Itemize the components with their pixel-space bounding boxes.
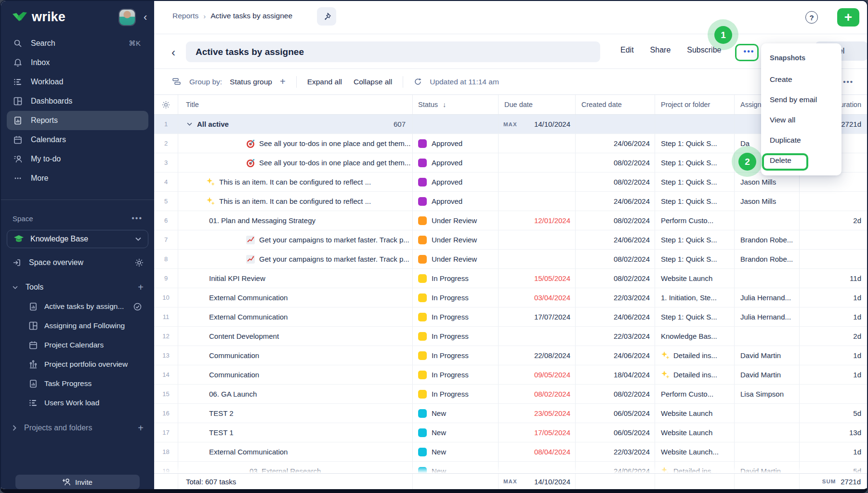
help-button[interactable]: ? bbox=[802, 8, 822, 27]
task-title-cell[interactable]: TEST 2 bbox=[178, 404, 413, 423]
status-cell[interactable]: In Progress bbox=[413, 327, 499, 346]
due-date-cell[interactable] bbox=[499, 173, 576, 191]
status-cell[interactable]: Under Review bbox=[413, 230, 499, 249]
sidebar-tool-project-portfolio-overview[interactable]: Project portfolio overview bbox=[1, 355, 154, 374]
menu-item-view-all[interactable]: View all bbox=[761, 110, 842, 130]
task-title-cell[interactable]: Communication bbox=[178, 365, 413, 384]
assignee-cell[interactable]: Brandon Robe... bbox=[735, 250, 800, 268]
project-cell[interactable]: Website Launch... bbox=[655, 442, 735, 461]
sidebar-tool-active-tasks-by-assign-[interactable]: Active tasks by assign... bbox=[1, 297, 154, 316]
sidebar-tool-users-work-load[interactable]: Users Work load bbox=[1, 393, 154, 413]
menu-item-create[interactable]: Create bbox=[761, 69, 842, 90]
project-cell[interactable]: Step 1: Quick S... bbox=[655, 192, 735, 211]
table-row[interactable]: 1506. GA LaunchIn Progress08/02/202408/0… bbox=[154, 385, 867, 404]
toolbar-overflow-icon[interactable]: ••• bbox=[843, 78, 854, 86]
pin-button[interactable] bbox=[317, 7, 336, 26]
due-date-cell[interactable]: 03/04/2024 bbox=[499, 288, 576, 307]
task-title-cell[interactable]: Get your campaigns to market faster. Tra… bbox=[178, 250, 413, 268]
project-cell[interactable]: Website Launch bbox=[655, 404, 735, 423]
sidebar-item-space-overview[interactable]: Space overview bbox=[13, 253, 144, 272]
collapse-all-button[interactable]: Collapse all bbox=[354, 78, 392, 86]
sidebar-tool-project-calendars[interactable]: Project Calendars bbox=[1, 335, 154, 355]
sidebar-item-my-to-do[interactable]: My to-do bbox=[1, 149, 154, 169]
task-title-cell[interactable]: External Communication bbox=[178, 288, 413, 307]
due-date-cell[interactable]: 17/05/2024 bbox=[499, 423, 576, 442]
due-date-cell[interactable]: 23/05/2024 bbox=[499, 404, 576, 423]
assignee-cell[interactable]: David Martin bbox=[735, 346, 800, 365]
add-group-icon[interactable]: + bbox=[280, 76, 286, 87]
project-cell[interactable]: Perform Custo... bbox=[655, 211, 735, 230]
project-cell[interactable]: Knowledge Bas... bbox=[655, 327, 735, 346]
header-due-date[interactable]: Due date bbox=[499, 95, 576, 114]
due-date-cell[interactable] bbox=[499, 134, 576, 153]
sidebar-tool-task-progress[interactable]: Task Progress bbox=[1, 374, 154, 393]
status-cell[interactable]: In Progress bbox=[413, 346, 499, 365]
table-row[interactable]: 2See all your to-dos in one place and ge… bbox=[154, 134, 867, 153]
status-cell[interactable]: New bbox=[413, 404, 499, 423]
project-cell[interactable]: Perform Custo... bbox=[655, 385, 735, 403]
table-row[interactable]: 7Get your campaigns to market faster. Tr… bbox=[154, 230, 867, 250]
menu-item-duplicate[interactable]: Duplicate bbox=[761, 130, 842, 150]
assignee-cell[interactable] bbox=[735, 442, 800, 461]
invite-button[interactable]: Invite bbox=[15, 475, 140, 489]
status-cell[interactable]: Approved bbox=[413, 134, 499, 153]
status-cell[interactable]: Under Review bbox=[413, 250, 499, 268]
task-title-cell[interactable]: 06. GA Launch bbox=[178, 385, 413, 403]
table-row[interactable]: 10External CommunicationIn Progress03/04… bbox=[154, 288, 867, 307]
status-cell[interactable]: In Progress bbox=[413, 269, 499, 288]
table-row[interactable]: 13CommunicationIn Progress22/08/202424/0… bbox=[154, 346, 867, 365]
status-cell[interactable]: In Progress bbox=[413, 288, 499, 307]
sidebar-group-tools[interactable]: Tools + bbox=[13, 278, 144, 296]
project-cell[interactable]: Step 1: Quick S... bbox=[655, 134, 735, 153]
table-row[interactable]: 9Initial KPI ReviewIn Progress15/05/2024… bbox=[154, 269, 867, 288]
assignee-cell[interactable]: Lisa Simpson bbox=[735, 385, 800, 403]
add-tool-icon[interactable]: + bbox=[138, 282, 144, 293]
project-cell[interactable]: Detailed ins... bbox=[655, 365, 735, 384]
sidebar-item-inbox[interactable]: Inbox bbox=[1, 53, 154, 72]
status-cell[interactable]: New bbox=[413, 423, 499, 442]
edit-button[interactable]: Edit bbox=[620, 46, 634, 54]
gear-icon[interactable] bbox=[135, 258, 144, 267]
task-title-cell[interactable]: TEST 1 bbox=[178, 423, 413, 442]
table-row[interactable]: 5This is an item. It can be configured t… bbox=[154, 192, 867, 211]
assignee-cell[interactable]: Julia Hernand... bbox=[735, 307, 800, 326]
project-cell[interactable]: Step 1: Quick S... bbox=[655, 250, 735, 268]
status-cell[interactable]: Under Review bbox=[413, 211, 499, 230]
task-title-cell[interactable]: 01. Plan and Messaging Strategy bbox=[178, 211, 413, 230]
project-cell[interactable]: Website Launch bbox=[655, 269, 735, 288]
due-date-cell[interactable] bbox=[499, 327, 576, 346]
assignee-cell[interactable]: Julia Hernand... bbox=[735, 288, 800, 307]
assignee-cell[interactable]: David Martin bbox=[735, 365, 800, 384]
task-title-cell[interactable]: This is an item. It can be configured to… bbox=[178, 173, 413, 191]
group-by-value[interactable]: Status group bbox=[230, 78, 272, 86]
header-created-date[interactable]: Created date bbox=[576, 95, 655, 114]
due-date-cell[interactable]: 08/04/2024 bbox=[499, 442, 576, 461]
table-row[interactable]: 8Get your campaigns to market faster. Tr… bbox=[154, 250, 867, 269]
status-cell[interactable]: Approved bbox=[413, 173, 499, 191]
add-project-icon[interactable]: + bbox=[138, 423, 144, 434]
table-row[interactable]: 12Content DevelopmentIn Progress22/03/20… bbox=[154, 327, 867, 346]
task-title-cell[interactable]: External Communication bbox=[178, 442, 413, 461]
task-title-cell[interactable]: Communication bbox=[178, 346, 413, 365]
due-date-cell[interactable] bbox=[499, 230, 576, 249]
assignee-cell[interactable]: Brandon Robe... bbox=[735, 230, 800, 249]
task-title-cell[interactable]: See all your to-dos in one place and get… bbox=[178, 153, 413, 172]
header-status[interactable]: Status↓ bbox=[413, 95, 499, 114]
due-date-cell[interactable]: 08/02/2024 bbox=[499, 385, 576, 403]
back-chevron-icon[interactable]: ‹ bbox=[171, 46, 175, 59]
due-date-cell[interactable] bbox=[499, 192, 576, 211]
sidebar-group-projects[interactable]: Projects and folders + bbox=[13, 418, 144, 438]
sidebar-item-workload[interactable]: Workload bbox=[1, 72, 154, 92]
report-title-input[interactable]: Active tasks by assignee bbox=[186, 41, 600, 62]
assignee-cell[interactable] bbox=[735, 269, 800, 288]
sidebar-item-dashboards[interactable]: Dashboards bbox=[1, 92, 154, 111]
project-cell[interactable]: Step 1: Quick S... bbox=[655, 153, 735, 172]
assignee-cell[interactable]: Jason Mills bbox=[735, 192, 800, 211]
expand-all-button[interactable]: Expand all bbox=[307, 78, 342, 86]
table-row[interactable]: 11External CommunicationIn Progress17/07… bbox=[154, 307, 867, 327]
due-date-cell[interactable] bbox=[499, 153, 576, 172]
due-date-cell[interactable]: 12/01/2024 bbox=[499, 211, 576, 230]
status-cell[interactable]: Approved bbox=[413, 192, 499, 211]
column-settings-gear-icon[interactable] bbox=[154, 95, 178, 114]
due-date-cell[interactable]: 17/07/2024 bbox=[499, 307, 576, 326]
